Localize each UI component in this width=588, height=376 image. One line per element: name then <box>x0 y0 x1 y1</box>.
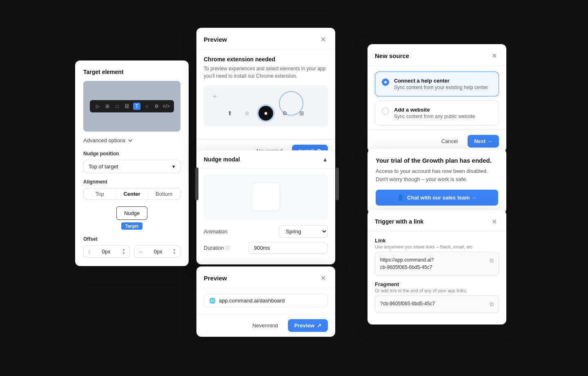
trigger-link-header: Trigger with a link ✕ <box>368 210 506 232</box>
link-field-label: Link <box>375 237 499 244</box>
trigger-link-close[interactable]: ✕ <box>489 217 499 226</box>
offset-row: ↕ 0px ▲▼ ↔ 0px ▲▼ <box>83 245 180 258</box>
cancel-button[interactable]: Cancel <box>436 135 463 148</box>
chrome-preview-area: ＋ ⬆ ☆ ● ⚙ ⊞ <box>204 85 328 126</box>
copy-fragment-icon[interactable]: ⧉ <box>490 300 494 309</box>
link-value: https://app.command.ai?cb-9605f065-6bd5-… <box>380 256 434 271</box>
website-title: Add a website <box>394 107 475 113</box>
radio-website <box>382 107 389 115</box>
plus-icon: ＋ <box>211 91 218 101</box>
animation-select[interactable]: Spring <box>279 225 328 238</box>
trigger-link-body: Link Use anywhere you share links – Slac… <box>368 232 506 325</box>
advanced-options-label: Advanced options <box>83 137 125 143</box>
preview-chrome-close[interactable]: ✕ <box>318 34 328 44</box>
ext-icon-highlighted[interactable]: ● <box>258 106 273 121</box>
trigger-link-panel: Trigger with a link ✕ Link Use anywhere … <box>368 210 506 325</box>
chevron-down-icon <box>128 138 133 143</box>
align-tab-center[interactable]: Center <box>116 188 148 199</box>
preview-url-footer: Nevermind Preview ↗ <box>196 314 335 337</box>
settings-icon[interactable]: ⚙ <box>153 103 160 110</box>
person-icon: 👤 <box>397 195 404 201</box>
nudge-card-preview <box>252 183 280 211</box>
preview-chrome-header: Preview ✕ <box>196 28 335 49</box>
star-icon: ☆ <box>241 107 253 119</box>
link-icon[interactable]: ⛓ <box>123 103 131 110</box>
text-icon[interactable]: T <box>133 103 140 110</box>
preview-url-title: Preview <box>204 275 227 282</box>
grid-icon[interactable]: ⊞ <box>104 103 111 110</box>
nudge-modal-panel: Nudge modal ▲ Animation Spring Duration … <box>196 150 335 264</box>
nudge-position-select[interactable]: Top of target ▾ <box>83 160 180 173</box>
share-icon: ⬆ <box>224 107 236 119</box>
fragment-field-sub: Or add this to the end of any of your ap… <box>375 288 499 293</box>
collapse-icon[interactable]: ▲ <box>322 156 328 163</box>
alignment-label: Alignment <box>83 179 180 185</box>
nevermind2-button[interactable]: Nevermind <box>247 319 284 332</box>
offset-section: Offset ↕ 0px ▲▼ ↔ 0px ▲▼ <box>83 236 180 258</box>
growth-plan-description: Access to your account has now been disa… <box>376 167 498 183</box>
chrome-ext-description: To preview experiences and select elemen… <box>204 65 328 80</box>
drag-handle-left <box>195 168 198 200</box>
duration-input[interactable] <box>249 242 328 254</box>
trigger-link-title: Trigger with a link <box>375 218 423 225</box>
new-source-title: New source <box>375 52 409 59</box>
growth-plan-panel: Your trial of the Growth plan has ended.… <box>368 149 506 214</box>
preview-chrome-body: Chrome extension needed To preview exper… <box>196 49 335 139</box>
nudge-modal-title: Nudge modal <box>204 156 240 163</box>
new-source-header: New source ✕ <box>368 44 506 66</box>
fragment-value: ?cb-9605f065-6bd5-45c7 <box>380 300 435 307</box>
animation-row: Animation Spring <box>204 225 328 238</box>
grid2-icon: ⊞ <box>296 107 307 119</box>
arrow-icon: ↗ <box>317 322 321 329</box>
offset-horizontal-stepper[interactable]: ▲▼ <box>173 248 176 255</box>
nudge-position-label: Nudge position <box>83 151 180 157</box>
square-icon[interactable]: □ <box>114 103 121 110</box>
nudge-demo: Nudge Target <box>83 206 180 230</box>
align-tab-bottom[interactable]: Bottom <box>148 188 180 199</box>
animation-label: Animation <box>204 228 227 235</box>
url-input[interactable] <box>219 298 323 304</box>
source-option-website[interactable]: Add a website Sync content from any publ… <box>375 101 499 125</box>
nudge-position-value: Top of target <box>89 163 118 170</box>
target-preview-area: ▷ ⊞ □ ⛓ T ○ ⚙ </> <box>83 81 180 132</box>
offset-horizontal-value: 0px <box>154 248 163 255</box>
new-source-body: Connect a help center Sync content from … <box>368 66 506 125</box>
preview-url-body: 🌐 <box>196 288 335 307</box>
offset-horizontal-input[interactable]: ↔ 0px ▲▼ <box>134 245 180 258</box>
offset-label: Offset <box>83 236 180 242</box>
radio-helpcenter <box>382 78 389 86</box>
preview-url-close[interactable]: ✕ <box>318 273 328 283</box>
source-text-helpcenter: Connect a help center Sync content from … <box>394 78 488 90</box>
copy-link-icon[interactable]: ⧉ <box>490 256 494 265</box>
dropdown-arrow: ▾ <box>172 163 175 170</box>
link-field-group: Link Use anywhere you share links – Slac… <box>375 237 499 275</box>
drag-handle-right <box>336 168 339 200</box>
offset-vertical-stepper[interactable]: ▲▼ <box>122 248 125 255</box>
next-button[interactable]: Next → <box>468 135 499 148</box>
preview-url-button[interactable]: Preview ↗ <box>288 319 328 332</box>
nudge-demo-box: Nudge <box>116 206 147 220</box>
alignment-tabs: Top Center Bottom <box>83 188 180 200</box>
helpcenter-title: Connect a help center <box>394 78 488 84</box>
website-desc: Sync content from any public website <box>394 114 475 119</box>
duration-row: Duration ⓘ <box>204 242 328 254</box>
arrow-icon[interactable]: ▷ <box>94 103 101 110</box>
align-tab-top[interactable]: Top <box>84 188 116 199</box>
target-panel-title: Target element <box>83 69 180 75</box>
chat-sales-button[interactable]: 👤 Chat with our sales team → <box>376 190 498 206</box>
url-input-row: 🌐 <box>204 294 328 307</box>
source-option-helpcenter[interactable]: Connect a help center Sync content from … <box>375 72 499 96</box>
offset-vertical-input[interactable]: ↕ 0px ▲▼ <box>83 245 130 258</box>
new-source-close[interactable]: ✕ <box>489 51 499 60</box>
code-icon[interactable]: </> <box>163 103 170 110</box>
preview-url-panel: Preview ✕ 🌐 Nevermind Preview ↗ <box>196 266 335 337</box>
chat-sales-label: Chat with our sales team → <box>407 195 477 201</box>
globe-icon: 🌐 <box>209 298 216 304</box>
circle-icon[interactable]: ○ <box>143 103 150 110</box>
chrome-ext-heading: Chrome extension needed <box>204 56 328 63</box>
advanced-options-toggle[interactable]: Advanced options <box>83 137 180 143</box>
up-down-icon: ↕ <box>88 249 90 255</box>
preview-chrome-panel: Preview ✕ Chrome extension needed To pre… <box>196 28 335 162</box>
new-source-panel: New source ✕ Connect a help center Sync … <box>368 44 506 152</box>
offset-vertical-value: 0px <box>102 248 111 255</box>
